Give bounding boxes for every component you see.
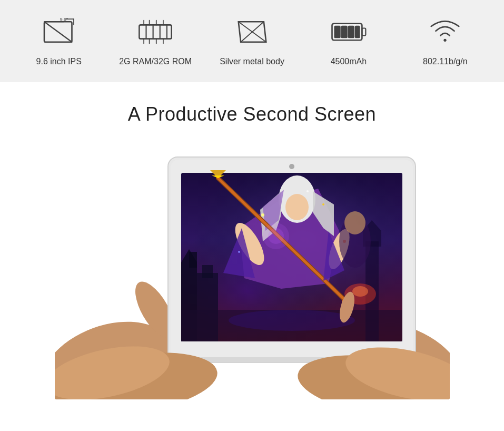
spec-item-screen: 9.6'' 9.6 inch IPS bbox=[11, 16, 107, 66]
spec-label-metal: Silver metal body bbox=[220, 57, 284, 66]
spec-item-wifi: 802.11b/g/n bbox=[397, 16, 493, 66]
svg-text:9.6'': 9.6'' bbox=[60, 17, 68, 22]
wifi-icon bbox=[424, 16, 466, 47]
svg-rect-27 bbox=[355, 26, 359, 37]
svg-point-75 bbox=[307, 190, 309, 192]
svg-rect-24 bbox=[335, 26, 340, 37]
tablet-scene-svg bbox=[55, 146, 450, 399]
spec-label-screen: 9.6 inch IPS bbox=[36, 57, 82, 66]
svg-rect-48 bbox=[202, 265, 213, 278]
tablet-image-container bbox=[55, 146, 450, 399]
main-content: A Productive Second Screen bbox=[0, 82, 504, 399]
svg-rect-25 bbox=[342, 26, 347, 37]
svg-line-21 bbox=[241, 22, 264, 42]
spec-item-ram: 2G RAM/32G ROM bbox=[107, 16, 203, 66]
spec-label-ram: 2G RAM/32G ROM bbox=[119, 57, 192, 66]
svg-rect-23 bbox=[362, 28, 365, 35]
battery-icon bbox=[328, 16, 370, 47]
spec-item-metal: Silver metal body bbox=[204, 16, 300, 66]
spec-item-battery: 4500mAh bbox=[300, 16, 397, 66]
svg-point-57 bbox=[285, 194, 309, 220]
svg-point-77 bbox=[344, 211, 365, 234]
screen-icon: 9.6'' bbox=[38, 16, 80, 47]
svg-point-68 bbox=[268, 228, 284, 244]
svg-point-72 bbox=[322, 203, 324, 205]
svg-line-4 bbox=[44, 22, 72, 42]
svg-point-79 bbox=[352, 286, 368, 297]
metal-icon bbox=[231, 16, 273, 47]
svg-point-39 bbox=[289, 164, 294, 169]
svg-point-71 bbox=[261, 213, 264, 217]
section-title: A Productive Second Screen bbox=[128, 103, 376, 125]
svg-point-28 bbox=[444, 38, 447, 41]
spec-label-battery: 4500mAh bbox=[331, 57, 367, 66]
svg-rect-26 bbox=[349, 26, 354, 37]
spec-label-wifi: 802.11b/g/n bbox=[423, 57, 468, 66]
svg-point-74 bbox=[238, 251, 240, 253]
ram-icon bbox=[134, 16, 176, 47]
specs-bar: 9.6'' 9.6 inch IPS bbox=[0, 0, 504, 82]
svg-point-70 bbox=[229, 310, 355, 331]
